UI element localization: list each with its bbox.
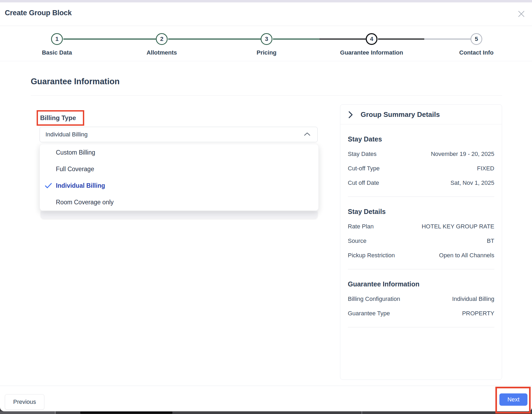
step-label: Basic Data <box>14 49 100 56</box>
summary-row-label: Rate Plan <box>348 223 374 230</box>
hidden-field-edge <box>41 211 318 219</box>
step-connector <box>273 39 366 40</box>
step-allotments[interactable]: 2 Allotments <box>119 26 205 56</box>
group-summary-body: Stay Dates Stay Dates November 19 - 20, … <box>340 135 502 327</box>
summary-row-value: PROPERTY <box>462 310 494 317</box>
page-title: Guarantee Information <box>31 77 119 86</box>
step-number-badge[interactable]: 1 <box>51 33 63 45</box>
background-page-fragment <box>0 411 55 414</box>
step-number-badge[interactable]: 5 <box>471 33 482 45</box>
step-basic-data[interactable]: 1 Basic Data <box>14 26 100 56</box>
option-individual-billing[interactable]: Individual Billing <box>40 177 318 194</box>
page-top-strip <box>0 0 532 2</box>
step-label: Guarantee Information <box>329 49 414 56</box>
step-connector <box>63 39 156 40</box>
summary-row-value: Open to All Channels <box>439 252 494 259</box>
group-summary-panel: Group Summary Details Stay Dates Stay Da… <box>340 104 502 380</box>
step-label: Allotments <box>119 49 205 56</box>
summary-row: Billing Configuration Individual Billing <box>348 296 494 302</box>
summary-divider <box>348 197 494 197</box>
chevron-right-icon[interactable] <box>348 111 353 118</box>
section-divider <box>31 95 502 96</box>
check-icon <box>45 183 52 189</box>
next-button[interactable]: Next <box>499 393 527 406</box>
group-summary-title: Group Summary Details <box>361 110 440 119</box>
modal-header: Create Group Block <box>0 2 532 26</box>
step-label: Contact Info <box>434 49 519 56</box>
option-full-coverage[interactable]: Full Coverage <box>40 161 318 177</box>
step-label: Pricing <box>224 49 309 56</box>
step-number-badge[interactable]: 4 <box>366 33 377 45</box>
billing-type-select[interactable]: Individual Billing <box>40 127 318 142</box>
summary-section-heading: Stay Details <box>348 208 494 216</box>
close-button[interactable] <box>515 8 527 20</box>
step-pricing[interactable]: 3 Pricing <box>224 26 309 56</box>
footer-divider <box>0 386 532 386</box>
step-guarantee-information[interactable]: 4 Guarantee Information <box>329 26 414 56</box>
step-contact-info[interactable]: 5 Contact Info <box>434 26 519 56</box>
summary-row-value: FIXED <box>477 165 494 172</box>
summary-row: Cut-off Type FIXED <box>348 165 494 172</box>
chevron-up-icon <box>304 132 310 137</box>
step-connector <box>168 39 261 40</box>
summary-row-label: Cut off Date <box>348 179 379 186</box>
step-number-badge[interactable]: 3 <box>261 33 272 45</box>
group-summary-header[interactable]: Group Summary Details <box>340 105 502 124</box>
summary-row-value: HOTEL KEY GROUP RATE <box>422 223 494 230</box>
summary-divider <box>348 269 494 269</box>
modal-title: Create Group Block <box>5 9 72 17</box>
summary-row-label: Source <box>348 237 367 244</box>
summary-section-heading: Stay Dates <box>348 135 494 143</box>
background-page-text-fragment <box>80 412 172 414</box>
summary-section-heading: Guarantee Information <box>348 280 494 288</box>
close-icon <box>518 10 525 18</box>
step-connector <box>378 39 471 40</box>
summary-divider <box>348 327 494 327</box>
step-number-badge[interactable]: 2 <box>156 33 168 45</box>
summary-row-value: Sat, Nov 1, 2025 <box>450 179 494 186</box>
summary-row-label: Cut-off Type <box>348 165 380 172</box>
billing-type-selected-value: Individual Billing <box>45 131 304 138</box>
summary-row-label: Pickup Restriction <box>348 252 395 259</box>
summary-row-label: Billing Configuration <box>348 296 400 302</box>
background-page-divider <box>361 411 362 414</box>
option-label: Individual Billing <box>56 182 105 189</box>
option-room-coverage-only[interactable]: Room Coverage only <box>40 194 318 210</box>
create-group-block-modal: Create Group Block 1 Basic Data 2 Allotm… <box>0 2 532 411</box>
wizard-stepper: 1 Basic Data 2 Allotments 3 Pricing 4 Gu… <box>0 26 532 61</box>
summary-row: Rate Plan HOTEL KEY GROUP RATE <box>348 223 494 230</box>
summary-row: Cut off Date Sat, Nov 1, 2025 <box>348 179 494 186</box>
summary-row-label: Guarantee Type <box>348 310 390 317</box>
summary-row: Stay Dates November 19 - 20, 2025 <box>348 151 494 158</box>
summary-row-label: Stay Dates <box>348 151 377 158</box>
summary-row: Guarantee Type PROPERTY <box>348 310 494 317</box>
billing-type-label: Billing Type <box>40 114 76 122</box>
option-custom-billing[interactable]: Custom Billing <box>40 144 318 161</box>
summary-row-value: Individual Billing <box>452 296 494 302</box>
summary-row: Pickup Restriction Open to All Channels <box>348 252 494 259</box>
summary-row-value: November 19 - 20, 2025 <box>431 151 494 158</box>
summary-row: Source BT <box>348 237 494 244</box>
background-page-divider <box>55 411 56 414</box>
billing-type-dropdown: Custom Billing Full Coverage Individual … <box>40 144 319 211</box>
summary-row-value: BT <box>487 237 494 244</box>
previous-button[interactable]: Previous <box>5 394 44 410</box>
billing-type-highlight-box: Billing Type <box>37 110 84 126</box>
